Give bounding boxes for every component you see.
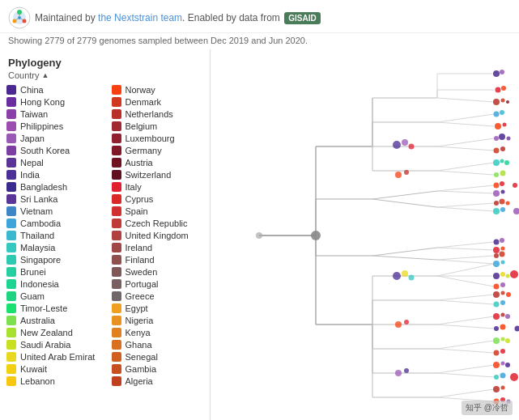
country-label: Egypt <box>125 303 148 313</box>
legend-item[interactable]: Norway <box>112 83 206 95</box>
legend-item[interactable]: New Zealand <box>6 326 101 338</box>
legend-item[interactable]: Czech Republic <box>112 217 206 229</box>
legend-item[interactable]: Australia <box>6 314 101 326</box>
legend-item[interactable]: Malaysia <box>6 241 101 253</box>
svg-point-126 <box>500 325 506 330</box>
legend-item[interactable]: Belgium <box>112 120 206 132</box>
legend-item[interactable]: United Arab Emirat <box>6 350 101 363</box>
legend-item[interactable]: Sri Lanka <box>6 193 101 205</box>
legend-item[interactable]: Denmark <box>112 95 206 108</box>
legend-item[interactable]: Bangladesh <box>6 180 101 193</box>
svg-point-143 <box>393 141 401 149</box>
legend-item[interactable]: Portugal <box>112 278 206 290</box>
svg-point-125 <box>494 326 499 331</box>
color-swatch <box>6 194 16 204</box>
svg-point-120 <box>494 302 500 308</box>
color-swatch <box>112 303 121 313</box>
legend-item[interactable]: Egypt <box>112 302 206 314</box>
phylogeny-chart[interactable]: 知乎 @冷哲 <box>211 49 519 420</box>
color-swatch <box>112 255 121 265</box>
svg-point-100 <box>506 202 510 206</box>
legend-item[interactable]: Gambia <box>112 363 206 375</box>
color-swatch <box>6 158 16 168</box>
legend-item[interactable]: China <box>6 83 101 95</box>
svg-point-129 <box>505 338 510 343</box>
legend-item[interactable]: Kuwait <box>6 363 101 375</box>
legend-item[interactable]: Philippines <box>6 120 101 132</box>
svg-point-153 <box>395 370 402 376</box>
color-swatch <box>112 170 121 180</box>
color-swatch <box>6 267 16 277</box>
legend-item[interactable]: United Kingdom <box>112 229 206 241</box>
legend-item[interactable]: Switzerland <box>112 168 206 180</box>
svg-point-121 <box>500 300 505 305</box>
legend-item[interactable]: Netherlands <box>112 108 206 120</box>
legend-item[interactable]: Germany <box>112 144 206 156</box>
color-swatch <box>112 243 121 252</box>
country-label: Japan <box>20 134 45 143</box>
gisaid-badge[interactable]: GISAID <box>284 12 320 24</box>
country-label: Cambodia <box>20 218 61 228</box>
color-swatch <box>6 97 16 107</box>
svg-point-101 <box>493 208 500 214</box>
svg-point-113 <box>506 274 510 278</box>
legend-item[interactable]: Singapore <box>6 253 101 265</box>
legend-item[interactable]: Luxembourg <box>112 132 206 144</box>
svg-point-124 <box>505 314 510 319</box>
legend-item[interactable]: Saudi Arabia <box>6 338 101 350</box>
svg-point-78 <box>501 99 505 103</box>
legend-item[interactable]: Italy <box>112 180 206 193</box>
color-swatch <box>6 218 16 228</box>
legend-item[interactable]: Nepal <box>6 156 101 168</box>
svg-point-91 <box>504 160 509 165</box>
svg-point-105 <box>493 247 500 253</box>
legend-item[interactable]: Sweden <box>112 265 206 278</box>
color-swatch <box>112 340 121 350</box>
legend-item[interactable]: Finland <box>112 253 206 265</box>
legend-item[interactable]: Ghana <box>112 338 206 350</box>
legend-item[interactable]: South Korea <box>6 144 101 156</box>
legend-title: Phylogeny <box>0 53 210 70</box>
legend-item[interactable]: Spain <box>112 205 206 217</box>
country-label: United Arab Emirat <box>20 352 95 362</box>
svg-point-73 <box>493 70 500 77</box>
legend-item[interactable]: Kenya <box>112 326 206 338</box>
svg-point-80 <box>494 112 500 117</box>
legend-item[interactable]: Timor-Leste <box>6 302 101 314</box>
legend-item[interactable]: Algeria <box>112 375 206 387</box>
legend-item[interactable]: Cambodia <box>6 217 101 229</box>
country-label: Singapore <box>20 255 61 265</box>
country-label: Nepal <box>20 158 44 168</box>
sort-arrow-icon[interactable]: ▲ <box>42 71 49 79</box>
legend-item[interactable]: Austria <box>112 156 206 168</box>
legend-item[interactable]: Hong Kong <box>6 95 101 108</box>
legend-item[interactable]: Cyprus <box>112 193 206 205</box>
legend-item[interactable]: Senegal <box>112 350 206 363</box>
legend-item[interactable]: Indonesia <box>6 278 101 290</box>
svg-point-85 <box>499 134 505 140</box>
legend-item[interactable]: Brunei <box>6 265 101 278</box>
legend-item[interactable]: India <box>6 168 101 180</box>
legend-item[interactable]: Guam <box>6 290 101 302</box>
legend-item[interactable]: Ireland <box>112 241 206 253</box>
country-label: Vietnam <box>20 206 53 216</box>
color-swatch <box>6 303 16 313</box>
nextstrain-logo-icon <box>8 6 31 29</box>
legend-item[interactable]: Nigeria <box>112 314 206 326</box>
legend-item[interactable]: Japan <box>6 132 101 144</box>
svg-point-130 <box>494 350 500 356</box>
country-label: Saudi Arabia <box>20 340 70 350</box>
legend-item[interactable]: Vietnam <box>6 205 101 217</box>
color-swatch <box>112 364 121 374</box>
legend-item[interactable]: Thailand <box>6 229 101 241</box>
color-swatch <box>112 206 121 216</box>
color-swatch <box>6 146 16 155</box>
color-swatch <box>6 206 16 216</box>
team-link[interactable]: the Nextstrain team <box>98 12 182 23</box>
svg-point-154 <box>404 368 409 373</box>
legend-item[interactable]: Lebanon <box>6 375 101 387</box>
color-swatch <box>112 109 121 119</box>
legend-item[interactable]: Greece <box>112 290 206 302</box>
legend-item[interactable]: Taiwan <box>6 108 101 120</box>
svg-point-97 <box>501 190 505 194</box>
